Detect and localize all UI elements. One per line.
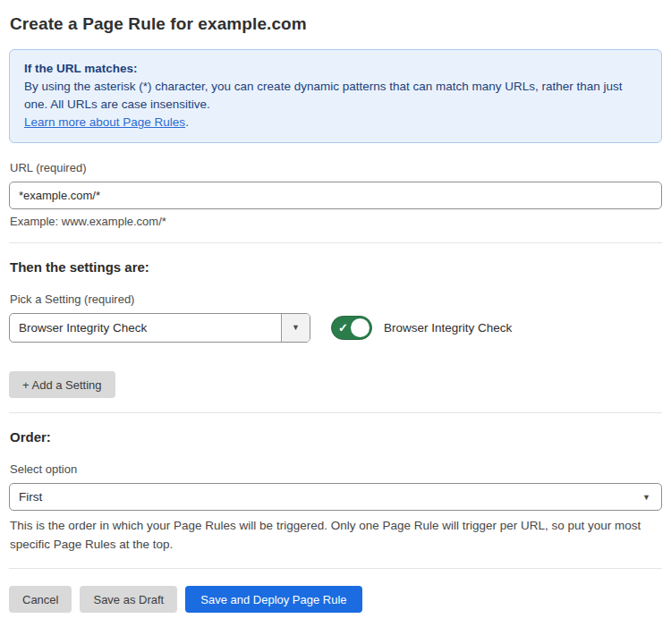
url-match-info-box: If the URL matches: By using the asteris…: [9, 49, 662, 143]
order-select[interactable]: First ▼: [9, 483, 662, 511]
info-box-heading: If the URL matches:: [24, 60, 647, 78]
info-box-link-row: Learn more about Page Rules.: [24, 114, 647, 131]
order-select-label: Select option: [10, 462, 662, 476]
save-deploy-button[interactable]: Save and Deploy Page Rule: [185, 586, 361, 613]
save-draft-button[interactable]: Save as Draft: [80, 586, 177, 613]
divider: [9, 412, 662, 413]
page-title: Create a Page Rule for example.com: [10, 14, 662, 34]
chevron-down-icon: ▼: [292, 324, 300, 332]
toggle-knob: [351, 318, 369, 337]
check-icon: ✓: [338, 322, 348, 334]
footer-actions: Cancel Save as Draft Save and Deploy Pag…: [9, 586, 662, 613]
setting-dropdown[interactable]: Browser Integrity Check ▼: [9, 313, 310, 343]
link-suffix: .: [185, 115, 189, 129]
url-field-label: URL (required): [10, 161, 662, 174]
url-example-hint: Example: www.example.com/*: [10, 215, 662, 228]
url-input[interactable]: [9, 182, 662, 209]
browser-integrity-toggle[interactable]: ✓: [331, 316, 372, 340]
learn-more-link[interactable]: Learn more about Page Rules: [24, 115, 185, 129]
setting-dropdown-value: Browser Integrity Check: [10, 314, 281, 342]
info-box-body: By using the asterisk (*) character, you…: [24, 78, 647, 114]
divider: [9, 242, 662, 243]
toggle-group: ✓ Browser Integrity Check: [331, 316, 512, 340]
chevron-down-icon: ▼: [642, 493, 650, 501]
setting-row: Browser Integrity Check ▼ ✓ Browser Inte…: [9, 313, 662, 343]
settings-section-heading: Then the settings are:: [10, 259, 662, 275]
cancel-button[interactable]: Cancel: [9, 586, 72, 613]
toggle-label: Browser Integrity Check: [384, 321, 512, 335]
pick-setting-label: Pick a Setting (required): [10, 292, 662, 306]
order-select-value: First: [19, 490, 42, 504]
order-section-heading: Order:: [10, 429, 662, 445]
setting-dropdown-arrow-box[interactable]: ▼: [281, 314, 310, 342]
create-page-rule-panel: Create a Page Rule for example.com If th…: [0, 0, 671, 644]
divider: [9, 568, 662, 569]
add-setting-button[interactable]: + Add a Setting: [9, 371, 115, 398]
order-help-text: This is the order in which your Page Rul…: [10, 516, 662, 554]
